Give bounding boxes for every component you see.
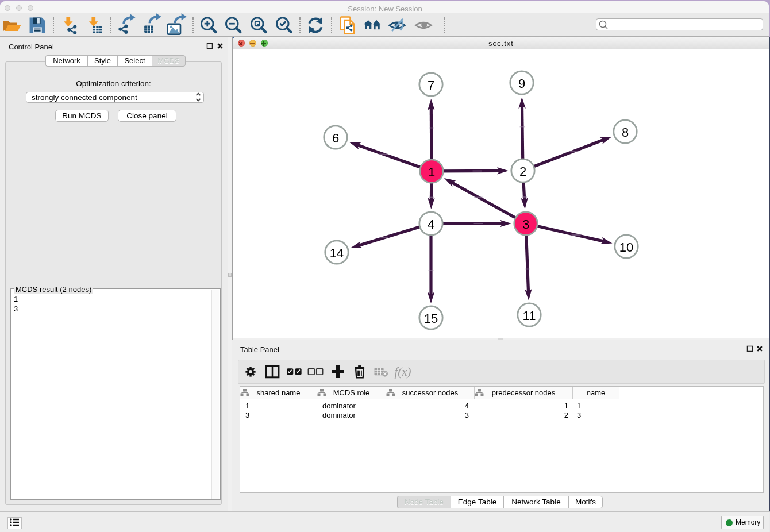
svg-text:9: 9 (518, 76, 525, 91)
svg-text:3: 3 (522, 217, 529, 232)
svg-text:15: 15 (424, 311, 438, 326)
svg-text:7: 7 (428, 78, 434, 92)
svg-text:1: 1 (428, 165, 435, 179)
svg-text:Close panel: Close panel (126, 111, 167, 120)
svg-text:8: 8 (622, 125, 629, 140)
svg-text:2: 2 (519, 164, 526, 179)
svg-text:10: 10 (619, 240, 633, 255)
svg-text:Run MCDS: Run MCDS (62, 111, 101, 120)
svg-text:14: 14 (330, 246, 344, 260)
svg-text:11: 11 (523, 309, 536, 323)
svg-text:6: 6 (332, 131, 339, 145)
svg-text:4: 4 (428, 217, 434, 232)
